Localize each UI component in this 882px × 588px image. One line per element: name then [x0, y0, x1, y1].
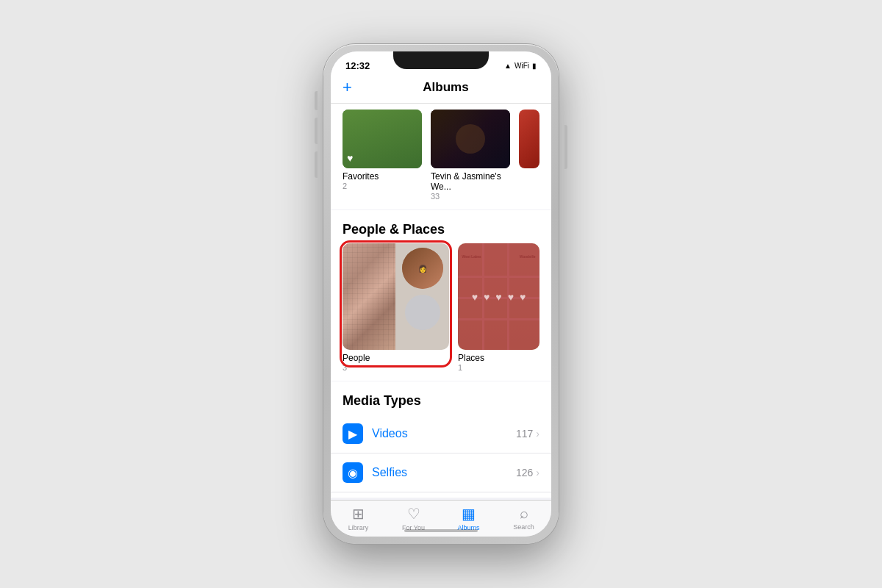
- wifi-icon: WiFi: [514, 62, 529, 70]
- heart-5: ♥: [520, 291, 526, 303]
- favorites-name: Favorites: [343, 171, 422, 182]
- home-indicator: [404, 529, 478, 532]
- blurred-face-1: [343, 243, 395, 350]
- tab-library[interactable]: ⊞ Library: [331, 505, 386, 531]
- media-types-header: Media Types: [331, 381, 551, 415]
- videos-count: 117: [516, 428, 533, 440]
- library-tab-icon: ⊞: [352, 505, 365, 523]
- for-you-tab-icon: ♡: [407, 505, 420, 523]
- face-circle-1: 👩: [402, 248, 443, 289]
- battery-icon: ▮: [532, 62, 537, 70]
- partial-thumbnail: [519, 110, 539, 168]
- selfies-label: Selfies: [372, 466, 516, 479]
- signal-icon: ▲: [504, 62, 512, 70]
- places-thumbnail: West Lakes Woodville ♥ ♥ ♥ ♥ ♥: [458, 243, 539, 350]
- status-icons: ▲ WiFi ▮: [504, 62, 537, 70]
- phone-screen: 12:32 ▲ WiFi ▮ + Albums ♥ Favorites 2: [331, 51, 551, 537]
- favorites-count: 2: [343, 182, 422, 190]
- main-content: ♥ Favorites 2 Tevin & Jasmine's We... 33: [331, 104, 551, 498]
- people-places-grid: 👩 People 3: [331, 243, 551, 381]
- people-places-section: People & Places 👩: [331, 210, 551, 381]
- album-partial[interactable]: [519, 110, 539, 201]
- selfies-count: 126: [516, 467, 533, 478]
- notch: [393, 51, 489, 69]
- wedding-count: 33: [431, 192, 510, 201]
- videos-chevron-icon: ›: [536, 428, 539, 440]
- media-types-section: Media Types ▶ Videos 117 › ◉ Selfies 126…: [331, 381, 551, 498]
- people-label: People: [343, 353, 449, 363]
- phone-frame: 12:32 ▲ WiFi ▮ + Albums ♥ Favorites 2: [323, 44, 559, 544]
- face-circle-placeholder: [405, 295, 440, 330]
- selfies-chevron-icon: ›: [536, 467, 539, 478]
- volume-up-button: [315, 118, 318, 144]
- albums-tab-icon: ▦: [462, 505, 476, 523]
- page-title: Albums: [352, 80, 539, 95]
- status-time: 12:32: [345, 60, 370, 71]
- power-button: [564, 125, 567, 169]
- wedding-name: Tevin & Jasmine's We...: [431, 171, 510, 192]
- search-tab-label: Search: [513, 523, 534, 531]
- heart-4: ♥: [508, 291, 514, 303]
- heart-3: ♥: [495, 291, 501, 303]
- selfies-icon-glyph: ◉: [348, 466, 358, 480]
- heart-1: ♥: [472, 291, 478, 303]
- people-count: 3: [343, 363, 449, 372]
- tab-for-you[interactable]: ♡ For You: [386, 505, 441, 531]
- places-count: 1: [458, 363, 539, 372]
- people-thumbnail: 👩: [343, 243, 449, 350]
- library-tab-label: Library: [348, 524, 369, 531]
- albums-grid: ♥ Favorites 2 Tevin & Jasmine's We... 33: [331, 104, 551, 209]
- valentine-overlay: ♥ ♥ ♥ ♥ ♥: [458, 243, 539, 350]
- navigation-bar: + Albums: [331, 75, 551, 104]
- selfies-item[interactable]: ◉ Selfies 126 ›: [331, 453, 551, 492]
- favorites-heart-icon: ♥: [347, 152, 353, 164]
- heart-2: ♥: [484, 291, 490, 303]
- wedding-thumbnail: [431, 110, 510, 168]
- tab-search[interactable]: ⌕ Search: [496, 505, 551, 531]
- videos-icon: ▶: [343, 423, 363, 444]
- people-places-header: People & Places: [331, 210, 551, 243]
- tab-albums[interactable]: ▦ Albums: [441, 505, 496, 531]
- silent-switch: [315, 91, 318, 110]
- add-album-button[interactable]: +: [343, 78, 352, 97]
- videos-label: Videos: [372, 427, 516, 440]
- album-wedding[interactable]: Tevin & Jasmine's We... 33: [431, 110, 510, 201]
- live-photos-item[interactable]: ⊙ Live Photos 39 ›: [331, 492, 551, 498]
- people-album-item[interactable]: 👩 People 3: [343, 243, 449, 372]
- selfies-icon: ◉: [343, 462, 363, 483]
- places-album-item[interactable]: West Lakes Woodville ♥ ♥ ♥ ♥ ♥ Place: [458, 243, 539, 372]
- places-label: Places: [458, 353, 539, 363]
- favorites-thumbnail: ♥: [343, 110, 422, 168]
- videos-item[interactable]: ▶ Videos 117 ›: [331, 415, 551, 453]
- people-right-column: 👩: [395, 243, 449, 350]
- volume-down-button: [315, 151, 318, 178]
- album-favorites[interactable]: ♥ Favorites 2: [343, 110, 422, 201]
- videos-icon-glyph: ▶: [348, 427, 357, 441]
- search-tab-icon: ⌕: [520, 505, 528, 522]
